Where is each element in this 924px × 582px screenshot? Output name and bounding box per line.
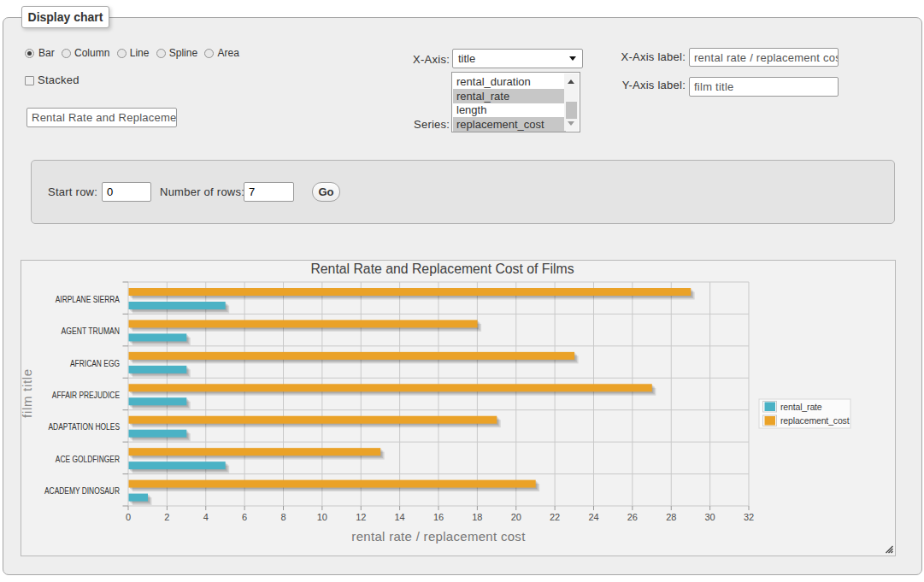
svg-text:30: 30 [704, 512, 715, 522]
svg-text:8: 8 [280, 512, 285, 522]
svg-text:18: 18 [472, 512, 482, 522]
svg-text:film title: film title [21, 368, 34, 418]
svg-text:28: 28 [666, 512, 676, 522]
svg-text:ACE GOLDFINGER: ACE GOLDFINGER [56, 455, 120, 464]
svg-text:rental rate / replacement cost: rental rate / replacement cost [351, 529, 526, 544]
svg-text:2: 2 [164, 512, 169, 522]
svg-text:0: 0 [126, 512, 131, 522]
svg-text:32: 32 [744, 512, 754, 522]
svg-text:AIRPLANE SIERRA: AIRPLANE SIERRA [56, 295, 121, 304]
svg-text:14: 14 [394, 512, 404, 522]
svg-text:12: 12 [356, 512, 366, 522]
svg-text:10: 10 [317, 512, 327, 522]
svg-text:rental_rate: rental_rate [780, 402, 822, 412]
svg-text:4: 4 [203, 512, 209, 522]
svg-text:AGENT TRUMAN: AGENT TRUMAN [62, 326, 121, 336]
svg-text:20: 20 [511, 512, 521, 522]
svg-text:ADAPTATION HOLES: ADAPTATION HOLES [49, 422, 121, 432]
svg-text:24: 24 [588, 512, 598, 522]
svg-text:6: 6 [242, 512, 247, 522]
svg-text:Rental Rate and Replacement Co: Rental Rate and Replacement Cost of Film… [310, 262, 574, 276]
svg-text:22: 22 [550, 512, 560, 522]
svg-text:AFRICAN EGG: AFRICAN EGG [70, 359, 120, 368]
svg-text:26: 26 [627, 512, 638, 522]
svg-text:16: 16 [433, 512, 444, 522]
svg-text:AFFAIR PREJUDICE: AFFAIR PREJUDICE [52, 391, 120, 400]
svg-text:ACADEMY DINOSAUR: ACADEMY DINOSAUR [44, 486, 120, 496]
svg-text:replacement_cost: replacement_cost [780, 415, 850, 426]
